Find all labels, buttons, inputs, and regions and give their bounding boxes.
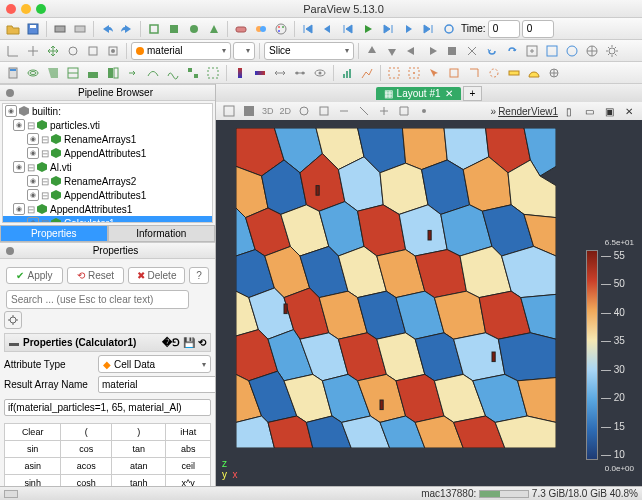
pipeline-item[interactable]: ◉⊟Calculator1 — [3, 216, 212, 223]
visibility-toggle[interactable]: ◉ — [27, 189, 39, 201]
calc-button[interactable]: ceil — [166, 458, 211, 475]
pipeline-item[interactable]: ◉⊟RenameArrays1 — [3, 132, 212, 146]
zoom-data-button[interactable] — [543, 42, 561, 60]
warp-filter-button[interactable] — [164, 64, 182, 82]
calc-button[interactable]: cosh — [61, 475, 112, 487]
calc-button[interactable]: iHat — [166, 424, 211, 441]
view-tool-button[interactable] — [335, 102, 353, 120]
view-tool-button[interactable] — [295, 102, 313, 120]
visibility-toggle[interactable]: ◉ — [27, 133, 39, 145]
tool-button[interactable] — [64, 42, 82, 60]
advanced-toggle-button[interactable] — [4, 311, 22, 329]
help-button[interactable]: ? — [189, 267, 209, 284]
view-tool-button[interactable] — [395, 102, 413, 120]
properties-tab[interactable]: Properties — [0, 225, 108, 242]
camera-button[interactable] — [423, 42, 441, 60]
render-view[interactable]: z y x 6.5e+01 — 55— 50— 40— 35— 30— 20— … — [216, 120, 642, 486]
tool-button[interactable] — [84, 42, 102, 60]
slice-filter-button[interactable] — [64, 64, 82, 82]
calc-button[interactable]: cos — [61, 441, 112, 458]
vcr-last-button[interactable] — [419, 20, 437, 38]
camera-button[interactable] — [403, 42, 421, 60]
camera-button[interactable] — [443, 42, 461, 60]
view-tool-button[interactable] — [220, 102, 238, 120]
tool-button[interactable] — [104, 42, 122, 60]
tool-button[interactable] — [563, 42, 581, 60]
vcr-loop-button[interactable] — [439, 20, 457, 38]
time-input[interactable]: 0 — [488, 20, 520, 38]
pipeline-browser[interactable]: ◉builtin:◉⊟particles.vti◉⊟RenameArrays1◉… — [2, 103, 213, 223]
probe-button[interactable] — [545, 64, 563, 82]
pipeline-item[interactable]: ◉builtin: — [3, 104, 212, 118]
visibility-toggle[interactable]: ◉ — [27, 217, 39, 223]
visibility-toggle[interactable]: ◉ — [27, 147, 39, 159]
select-button[interactable] — [445, 64, 463, 82]
visibility-toggle[interactable]: ◉ — [13, 203, 25, 215]
representation-combo[interactable]: Slice — [264, 42, 354, 60]
delete-button[interactable]: ✖Delete — [128, 267, 185, 284]
layout-tab[interactable]: ▦ Layout #1 ✕ — [376, 87, 461, 100]
color-by-combo[interactable]: material — [131, 42, 231, 60]
apply-button[interactable]: ✔Apply — [6, 267, 63, 284]
select-cells-button[interactable] — [385, 64, 403, 82]
expression-input[interactable] — [4, 399, 211, 416]
vcr-prev-button[interactable] — [319, 20, 337, 38]
tool-button[interactable] — [232, 20, 250, 38]
pipeline-item[interactable]: ◉⊟particles.vti — [3, 118, 212, 132]
properties-section-header[interactable]: ▬ Properties (Calculator1) �⅁ 💾 ⟲ — [4, 333, 211, 352]
glyph-filter-button[interactable] — [124, 64, 142, 82]
close-tab-icon[interactable]: ✕ — [445, 88, 453, 99]
view-tool-button[interactable] — [240, 102, 258, 120]
vcr-next-button[interactable] — [379, 20, 397, 38]
colorbar[interactable]: — 55— 50— 40— 35— 30— 20— 15— 10 — [586, 250, 634, 460]
frame-input[interactable]: 0 — [522, 20, 554, 38]
camera-button[interactable] — [463, 42, 481, 60]
plot-button[interactable] — [358, 64, 376, 82]
view-tool-button[interactable] — [355, 102, 373, 120]
calc-button[interactable]: ) — [112, 424, 166, 441]
tool-button[interactable] — [205, 20, 223, 38]
split-h-button[interactable]: ▯ — [560, 102, 578, 120]
calc-button[interactable]: tan — [112, 441, 166, 458]
vcr-back-button[interactable] — [339, 20, 357, 38]
calc-button[interactable]: asin — [5, 458, 61, 475]
close-panel-icon[interactable] — [6, 247, 14, 255]
camera-button[interactable] — [383, 42, 401, 60]
reset-button[interactable]: ⟲Reset — [67, 267, 124, 284]
ruler-button[interactable] — [505, 64, 523, 82]
tool-button[interactable] — [252, 20, 270, 38]
pipeline-item[interactable]: ◉⊟AppendAttributes1 — [3, 202, 212, 216]
rotate-button[interactable] — [503, 42, 521, 60]
threshold-filter-button[interactable] — [84, 64, 102, 82]
edit-colormap-button[interactable] — [251, 64, 269, 82]
view-tool-button[interactable] — [315, 102, 333, 120]
window-minimize-button[interactable] — [21, 4, 31, 14]
palette-button[interactable] — [272, 20, 290, 38]
zoom-fit-button[interactable] — [523, 42, 541, 60]
view-tool-button[interactable] — [415, 102, 433, 120]
redo-button[interactable] — [118, 20, 136, 38]
select-button[interactable] — [425, 64, 443, 82]
rotate-button[interactable] — [483, 42, 501, 60]
pipeline-item[interactable]: ◉⊟AppendAttributes1 — [3, 146, 212, 160]
visibility-toggle[interactable]: ◉ — [13, 161, 25, 173]
calc-button[interactable]: sinh — [5, 475, 61, 487]
open-file-button[interactable] — [4, 20, 22, 38]
vcr-play-button[interactable] — [359, 20, 377, 38]
calc-button[interactable]: tanh — [112, 475, 166, 487]
tool-button[interactable] — [583, 42, 601, 60]
calc-button[interactable]: acos — [61, 458, 112, 475]
save-button[interactable] — [24, 20, 42, 38]
clip-filter-button[interactable] — [44, 64, 62, 82]
calc-button[interactable]: x^y — [166, 475, 211, 487]
extract-selection-button[interactable] — [204, 64, 222, 82]
select-button[interactable] — [485, 64, 503, 82]
settings-button[interactable] — [603, 42, 621, 60]
component-combo[interactable] — [233, 42, 255, 60]
calc-button[interactable]: abs — [166, 441, 211, 458]
rescale-button[interactable] — [271, 64, 289, 82]
rescale-custom-button[interactable] — [291, 64, 309, 82]
stream-filter-button[interactable] — [144, 64, 162, 82]
calc-button[interactable]: sin — [5, 441, 61, 458]
contour-filter-button[interactable] — [24, 64, 42, 82]
